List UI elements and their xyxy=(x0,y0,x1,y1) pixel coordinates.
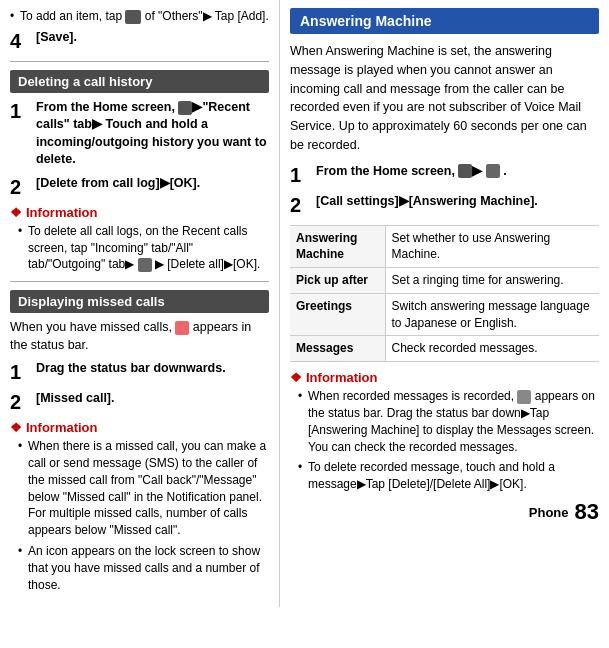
step-2-missed: 2 [Missed call]. xyxy=(10,390,269,414)
step-2-delete: 2 [Delete from call log]▶[OK]. xyxy=(10,175,269,199)
info-bullet-2a: When there is a missed call, you can mak… xyxy=(18,438,269,539)
menu-icon-2 xyxy=(486,164,500,178)
info-list-am: When recorded messages is recorded, appe… xyxy=(290,388,599,493)
step-am-2-num: 2 xyxy=(290,193,312,217)
step-1-missed: 1 Drag the status bar downwards. xyxy=(10,360,269,384)
table-key: Answering Machine xyxy=(290,225,385,268)
answering-machine-desc: When Answering Machine is set, the answe… xyxy=(290,42,599,155)
info-label-2: Information xyxy=(10,420,269,435)
top-bullet-item: To add an item, tap of "Others"▶ Tap [Ad… xyxy=(10,8,269,25)
step-am-1-text: From the Home screen, ▶ . xyxy=(316,163,599,181)
phone-icon-2 xyxy=(458,164,472,178)
table-value: Set a ringing time for answering. xyxy=(385,268,599,294)
step-missed-1-label: Drag the status bar downwards. xyxy=(36,360,269,378)
info-am-bullet-1: When recorded messages is recorded, appe… xyxy=(298,388,599,455)
page-label: Phone xyxy=(529,505,569,520)
top-bullet-text: To add an item, tap of "Others"▶ Tap [Ad… xyxy=(20,9,269,23)
step-1-number: 1 xyxy=(10,99,32,123)
table-key: Greetings xyxy=(290,293,385,336)
table-row: MessagesCheck recorded messages. xyxy=(290,336,599,362)
info-section-1: Information To delete all call logs, on … xyxy=(10,205,269,273)
step-am-2-text: [Call settings]▶[Answering Machine]. xyxy=(316,193,599,211)
table-value: Switch answering message language to Jap… xyxy=(385,293,599,336)
step-2-number: 2 xyxy=(10,175,32,199)
step-4-number: 4 xyxy=(10,29,32,53)
table-row: GreetingsSwitch answering message langua… xyxy=(290,293,599,336)
info-list-2: When there is a missed call, you can mak… xyxy=(10,438,269,593)
step-1-text: From the Home screen, ▶"Recent calls" ta… xyxy=(36,99,269,169)
table-row: Answering MachineSet whether to use Answ… xyxy=(290,225,599,268)
msg-icon xyxy=(517,390,531,404)
info-section-2: Information When there is a missed call,… xyxy=(10,420,269,593)
step-save: 4 [Save]. xyxy=(10,29,269,53)
info-label-1: Information xyxy=(10,205,269,220)
step-4-label: [Save]. xyxy=(36,29,269,47)
missed-calls-desc: When you have missed calls, appears in t… xyxy=(10,319,269,354)
phone-icon-1 xyxy=(178,101,192,115)
menu-icon-1 xyxy=(138,258,152,272)
missed-calls-header: Displaying missed calls xyxy=(10,290,269,313)
page-number: 83 xyxy=(575,499,599,525)
table-key: Messages xyxy=(290,336,385,362)
info-list-1: To delete all call logs, on the Recent c… xyxy=(10,223,269,273)
info-bullet-1: To delete all call logs, on the Recent c… xyxy=(18,223,269,273)
step-2-label: [Delete from call log]▶[OK]. xyxy=(36,175,269,193)
settings-table: Answering MachineSet whether to use Answ… xyxy=(290,225,599,363)
page-number-area: Phone 83 xyxy=(290,499,599,525)
info-bullet-2b: An icon appears on the lock screen to sh… xyxy=(18,543,269,593)
missed-icon xyxy=(175,321,189,335)
right-column: Answering Machine When Answering Machine… xyxy=(280,0,609,607)
info-am-bullet-2: To delete recorded message, touch and ho… xyxy=(298,459,599,493)
info-label-am: Information xyxy=(290,370,599,385)
step-1-am: 1 From the Home screen, ▶ . xyxy=(290,163,599,187)
info-section-am: Information When recorded messages is re… xyxy=(290,370,599,493)
table-value: Set whether to use Answering Machine. xyxy=(385,225,599,268)
step-missed-2-num: 2 xyxy=(10,390,32,414)
others-icon xyxy=(125,10,141,24)
step-am-1-num: 1 xyxy=(290,163,312,187)
step-2-am: 2 [Call settings]▶[Answering Machine]. xyxy=(290,193,599,217)
divider-1 xyxy=(10,61,269,62)
step-missed-1-num: 1 xyxy=(10,360,32,384)
divider-2 xyxy=(10,281,269,282)
answering-machine-header: Answering Machine xyxy=(290,8,599,34)
table-key: Pick up after xyxy=(290,268,385,294)
table-row: Pick up afterSet a ringing time for answ… xyxy=(290,268,599,294)
settings-table-body: Answering MachineSet whether to use Answ… xyxy=(290,225,599,362)
delete-history-header: Deleting a call history xyxy=(10,70,269,93)
step-missed-2-label: [Missed call]. xyxy=(36,390,269,408)
step-1-delete: 1 From the Home screen, ▶"Recent calls" … xyxy=(10,99,269,169)
table-value: Check recorded messages. xyxy=(385,336,599,362)
left-column: To add an item, tap of "Others"▶ Tap [Ad… xyxy=(0,0,280,607)
